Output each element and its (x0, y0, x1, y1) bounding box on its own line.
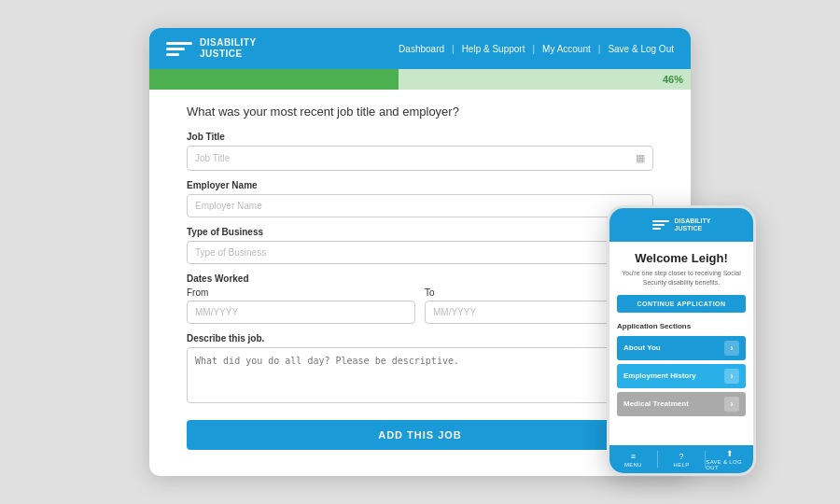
type-of-business-placeholder: Type of Business (195, 247, 266, 258)
dates-worked-label: Dates Worked (187, 273, 653, 284)
menu-icon: ≡ (631, 452, 636, 461)
employer-name-placeholder: Employer Name (195, 201, 262, 211)
phone-frame: DISABILITY JUSTICE Welcome Leigh! You're… (607, 205, 756, 476)
logo-text: DISABILITY JUSTICE (200, 37, 257, 60)
phone-section-about-you-arrow: › (724, 341, 739, 356)
from-input[interactable]: MM/YYYY (187, 301, 415, 324)
phone-section-about-you[interactable]: About You › (617, 336, 746, 360)
from-group: From MM/YYYY (187, 287, 415, 324)
nav-sep-3: | (598, 44, 601, 54)
phone-bottom-help[interactable]: ? HELP (658, 452, 706, 468)
nav-dashboard[interactable]: Dashboard (399, 44, 444, 54)
nav-links: Dashboard | Help & Support | My Account … (399, 44, 674, 54)
job-title-input[interactable]: Job Title ▦ (187, 146, 653, 171)
employer-name-label: Employer Name (187, 180, 653, 190)
phone-sections-title: Application Sections (617, 322, 746, 330)
from-label: From (187, 287, 415, 298)
nav-logout[interactable]: Save & Log Out (608, 44, 674, 54)
describe-label: Describe this job. (187, 333, 653, 343)
job-title-label: Job Title (187, 132, 653, 142)
job-title-placeholder: Job Title (195, 153, 230, 163)
save-logout-icon: ⬆ (726, 449, 734, 458)
add-job-button[interactable]: ADD THIS JOB (187, 420, 653, 450)
phone-bottom-bar: ≡ MENU ? HELP ⬆ SAVE & LOG OUT (609, 445, 753, 473)
type-of-business-input[interactable]: Type of Business (187, 241, 653, 264)
logo-icon (166, 38, 192, 59)
tablet-nav: DISABILITY JUSTICE Dashboard | Help & Su… (149, 28, 691, 69)
phone-subtitle: You're one step closer to receiving Soci… (617, 269, 746, 287)
nav-help[interactable]: Help & Support (462, 44, 525, 54)
phone-section-medical[interactable]: Medical Treatment › (617, 392, 746, 416)
save-logout-label: SAVE & LOG OUT (706, 459, 753, 470)
phone-nav: DISABILITY JUSTICE (609, 208, 753, 242)
phone-section-medical-arrow: › (724, 397, 739, 412)
phone-logo-text: DISABILITY JUSTICE (675, 217, 711, 233)
type-of-business-label: Type of Business (187, 227, 653, 237)
tablet-logo: DISABILITY JUSTICE (166, 37, 257, 60)
phone-section-employment[interactable]: Employment History › (617, 364, 746, 388)
from-placeholder: MM/YYYY (195, 307, 238, 317)
calendar-icon: ▦ (636, 152, 645, 164)
nav-account[interactable]: My Account (542, 44, 591, 54)
nav-sep-2: | (532, 44, 535, 54)
phone-logo-icon (652, 220, 669, 230)
progress-bar-container: 46% (149, 69, 691, 90)
help-icon: ? (679, 452, 684, 461)
employer-name-input[interactable]: Employer Name (187, 194, 653, 217)
phone-section-about-you-label: About You (623, 343, 661, 352)
scene: DISABILITY JUSTICE Dashboard | Help & Su… (0, 0, 840, 504)
phone-continue-button[interactable]: CONTINUE APPLICATION (617, 295, 746, 313)
phone-bottom-menu[interactable]: ≡ MENU (609, 452, 657, 468)
progress-bar-fill (149, 69, 399, 90)
form-question: What was your most recent job title and … (187, 105, 653, 119)
phone-welcome: Welcome Leigh! (617, 251, 746, 265)
help-label: HELP (674, 462, 690, 468)
progress-label: 46% (663, 74, 683, 85)
menu-label: MENU (624, 462, 642, 468)
nav-sep-1: | (452, 44, 455, 54)
dates-worked-row: From MM/YYYY To MM/YYYY (187, 287, 653, 324)
phone-section-medical-label: Medical Treatment (623, 399, 689, 408)
describe-input[interactable] (187, 347, 653, 403)
to-placeholder: MM/YYYY (433, 307, 476, 317)
phone-bottom-save-logout[interactable]: ⬆ SAVE & LOG OUT (706, 449, 753, 470)
phone-section-employment-arrow: › (724, 369, 739, 384)
phone-section-employment-label: Employment History (623, 371, 696, 380)
phone-body: Welcome Leigh! You're one step closer to… (609, 242, 753, 427)
